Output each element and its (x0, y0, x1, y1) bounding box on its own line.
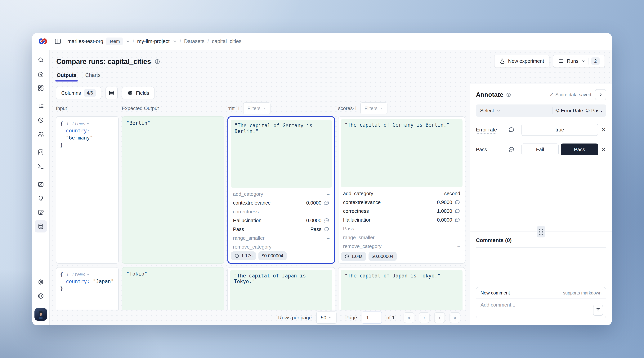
breadcrumb-org[interactable]: marlies-test-org (68, 38, 104, 44)
comment-bubble-icon[interactable] (324, 218, 330, 223)
previous-page-button[interactable]: ‹ (419, 312, 430, 323)
expected-output-cell[interactable]: "Tokio" (122, 267, 224, 310)
teams-users-icon[interactable] (35, 128, 47, 140)
breadcrumb: marlies-test-org Team / my-llm-project /… (68, 37, 242, 45)
chevron-down-icon (582, 59, 585, 63)
new-experiment-button[interactable]: New experiment (494, 55, 550, 67)
last-page-button[interactable]: » (450, 312, 460, 323)
pass-button[interactable]: Pass (561, 143, 598, 155)
score-saved-status: ✓ Score data saved (550, 92, 591, 97)
terminal-icon[interactable] (35, 160, 47, 172)
code-file-icon[interactable] (35, 146, 47, 158)
comment-bubble-icon[interactable] (454, 217, 460, 223)
fail-button[interactable]: Fail (522, 143, 558, 155)
breadcrumb-section[interactable]: Datasets (184, 38, 205, 44)
rows-per-page-select[interactable]: 50 (316, 312, 336, 324)
chevron-down-icon[interactable] (86, 273, 90, 276)
spec-chip-pass[interactable]: © Pass (586, 108, 602, 113)
metric-name: remove_category (343, 243, 382, 249)
annotations-clipboard-icon[interactable] (35, 206, 47, 219)
page-of-label: of 1 (386, 315, 395, 321)
submit-comment-button[interactable] (593, 305, 603, 316)
sidebar-toggle-icon[interactable] (53, 36, 63, 46)
metric-row: range_smaller– (343, 233, 460, 242)
evaluations-icon[interactable] (35, 178, 47, 191)
search-icon[interactable] (35, 54, 47, 66)
page-number-input[interactable] (362, 312, 382, 324)
home-icon[interactable] (35, 68, 47, 80)
columns-button[interactable]: Columns 4/6 (56, 87, 101, 99)
comment-bubble-icon[interactable] (454, 199, 460, 205)
metric-value: – (327, 235, 330, 241)
clock-icon (234, 253, 239, 258)
tab-bar: Outputs Charts (56, 72, 605, 81)
next-page-button[interactable]: › (434, 312, 445, 323)
team-badge: Team (106, 37, 123, 45)
chevron-down-icon (328, 316, 332, 319)
left-sidebar (32, 50, 50, 325)
fields-button[interactable]: Fields (122, 87, 154, 99)
metric-name: remove_category (233, 244, 272, 250)
filters-label: Filters (364, 106, 378, 111)
metric-value: – (327, 191, 330, 197)
metric-name: range_smaller (343, 235, 375, 241)
history-clock-icon[interactable] (35, 114, 47, 126)
chevron-down-icon[interactable] (126, 39, 130, 43)
metric-row: Pass– (343, 224, 460, 233)
annotate-panel: Annotate ✓ Score data saved (470, 84, 612, 325)
comment-bubble-icon[interactable] (454, 208, 460, 214)
info-icon[interactable] (506, 92, 511, 97)
comment-bubble-icon[interactable] (508, 126, 522, 133)
user-avatar[interactable] (34, 308, 47, 321)
first-page-button[interactable]: « (404, 312, 414, 323)
settings-gear-icon[interactable] (35, 276, 47, 288)
breadcrumb-project[interactable]: my-llm-project (137, 38, 170, 44)
tab-outputs[interactable]: Outputs (57, 72, 76, 81)
insights-bulb-icon[interactable] (35, 192, 47, 205)
org-logo-icon[interactable] (38, 37, 48, 46)
breadcrumb-page[interactable]: capital_cities (212, 38, 242, 44)
runs-button[interactable]: Runs 2 (553, 55, 605, 67)
clear-pass-button[interactable]: ✕ (601, 146, 606, 153)
filters-button-rmt-1[interactable]: Filters (243, 102, 270, 114)
scores-1-output-cell[interactable]: "The capital of Japan is Tokyo." (338, 267, 465, 310)
info-icon[interactable] (154, 59, 160, 64)
clear-error-rate-button[interactable]: ✕ (601, 126, 606, 133)
chevron-down-icon[interactable] (172, 39, 177, 43)
metric-row: remove_category– (233, 242, 330, 251)
resize-drag-handle[interactable] (536, 226, 546, 237)
boards-grid-icon[interactable] (35, 82, 47, 94)
expected-output-cell[interactable]: "Berlin" (122, 116, 224, 264)
tab-charts[interactable]: Charts (85, 72, 100, 81)
traces-tree-icon[interactable] (35, 100, 47, 112)
filters-button-scores-1[interactable]: Filters (360, 102, 388, 114)
input-cell[interactable]: { 1 Items country: "Japan" } (56, 267, 119, 310)
metric-row: range_smaller– (233, 234, 330, 242)
json-items-label[interactable]: 1 Items (66, 272, 86, 277)
error-rate-input[interactable] (522, 124, 598, 136)
rmt-1-output-cell[interactable]: "The capital of Japan is Tokyo." (228, 267, 335, 310)
divider (588, 58, 588, 64)
metric-name: correctness (343, 208, 369, 214)
metric-value: 0.9000 (437, 199, 460, 205)
metric-value: – (327, 244, 330, 250)
scores-1-output-cell[interactable]: "The capital of Germany is Berlin." add_… (338, 116, 465, 264)
input-cell[interactable]: { 1 Items country: "Germany" } (56, 116, 119, 264)
rmt-1-output-cell-selected[interactable]: "The capital of Germany is Berlin." add_… (228, 116, 335, 264)
new-comment-label: New comment (480, 290, 510, 296)
datasets-database-icon[interactable] (35, 220, 47, 233)
row-height-button[interactable] (106, 87, 118, 99)
spec-chip-error-rate[interactable]: © Error Rate (556, 108, 583, 113)
comment-textarea[interactable] (476, 299, 606, 318)
json-items-label[interactable]: 1 Items (66, 121, 86, 126)
metric-name: add_category (233, 191, 263, 197)
pagination-bar: Rows per page 50 Page of 1 « ‹ › » (56, 310, 465, 325)
help-lifebuoy-icon[interactable] (35, 290, 47, 302)
comment-bubble-dots-icon[interactable] (508, 146, 522, 153)
comment-bubble-icon[interactable] (324, 226, 330, 232)
select-dropdown[interactable]: Select (480, 108, 500, 114)
chevron-down-icon[interactable] (86, 122, 90, 125)
collapse-panel-button[interactable] (595, 89, 606, 100)
metric-value: – (327, 209, 330, 215)
comment-bubble-icon[interactable] (324, 200, 330, 206)
